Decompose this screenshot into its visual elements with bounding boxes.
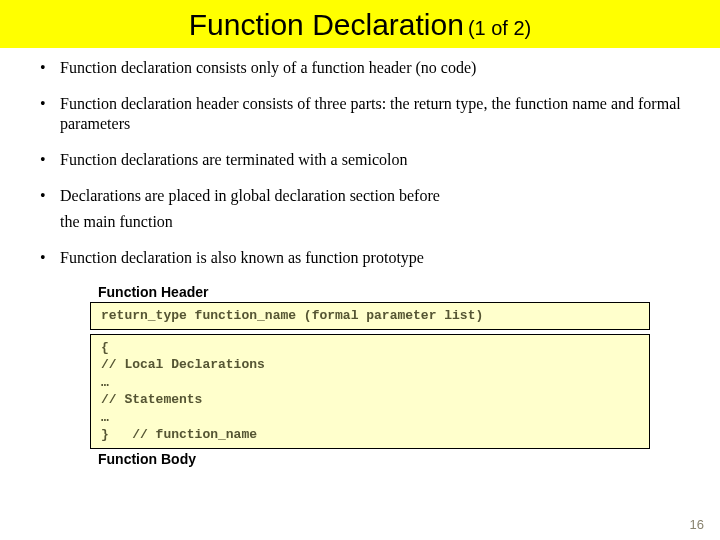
code-line: { — [101, 340, 109, 355]
diagram-header-box: return_type function_name (formal parame… — [90, 302, 650, 330]
slide-title-bar: Function Declaration (1 of 2) — [0, 0, 720, 48]
code-line: … — [101, 410, 109, 425]
code-line: // Local Declarations — [101, 357, 265, 372]
slide-title-sub: (1 of 2) — [468, 17, 531, 39]
bullet-item: Function declarations are terminated wit… — [30, 150, 690, 170]
diagram-body-label: Function Body — [98, 451, 650, 467]
bullet-continuation: the main function — [30, 212, 690, 232]
diagram-header-label: Function Header — [98, 284, 650, 300]
page-number: 16 — [690, 517, 704, 532]
bullet-list: Function declaration consists only of a … — [30, 58, 690, 206]
bullet-list-2: Function declaration is also known as fu… — [30, 248, 690, 268]
slide-content: Function declaration consists only of a … — [0, 48, 720, 467]
bullet-item: Function declaration is also known as fu… — [30, 248, 690, 268]
code-line: // Statements — [101, 392, 202, 407]
code-line: } // function_name — [101, 427, 257, 442]
diagram-body-box: { // Local Declarations … // Statements … — [90, 334, 650, 449]
code-line: … — [101, 375, 109, 390]
function-diagram: Function Header return_type function_nam… — [90, 284, 650, 467]
bullet-item: Function declaration header consists of … — [30, 94, 690, 134]
bullet-item: Declarations are placed in global declar… — [30, 186, 690, 206]
bullet-item: Function declaration consists only of a … — [30, 58, 690, 78]
slide-title: Function Declaration — [189, 8, 464, 41]
